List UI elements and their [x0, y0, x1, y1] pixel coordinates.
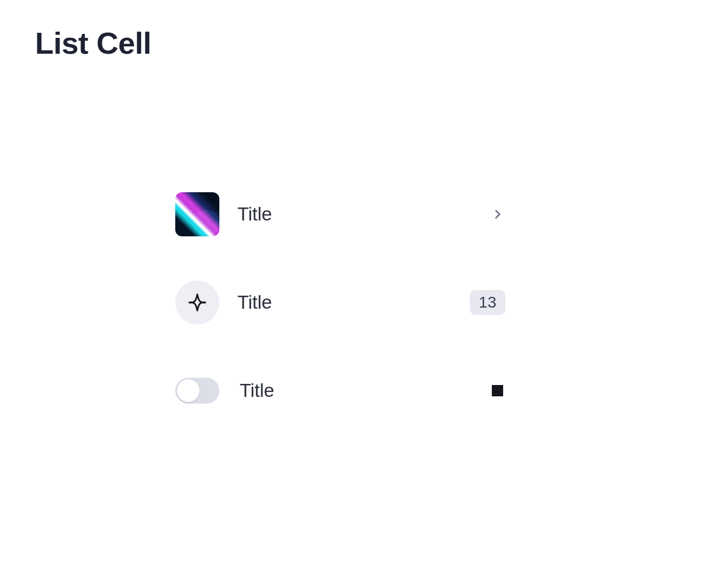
chevron-right-icon	[490, 206, 505, 222]
count-badge: 13	[470, 290, 505, 315]
list-cell-image[interactable]: Title	[175, 192, 505, 236]
stop-icon[interactable]	[492, 385, 503, 396]
thumbnail-image	[175, 192, 219, 236]
list-cell-toggle: Title	[175, 369, 505, 413]
list-cell-icon[interactable]: Title 13	[175, 280, 505, 325]
list-item-label: Title	[240, 380, 492, 401]
list-cell-examples: Title Title 13 Title	[175, 192, 505, 413]
list-item-label: Title	[237, 292, 470, 313]
toggle-knob	[177, 379, 200, 402]
page-title: List Cell	[35, 25, 152, 60]
list-item-label: Title	[237, 204, 490, 225]
toggle-switch[interactable]	[175, 378, 219, 404]
sparkle-icon	[175, 280, 219, 325]
